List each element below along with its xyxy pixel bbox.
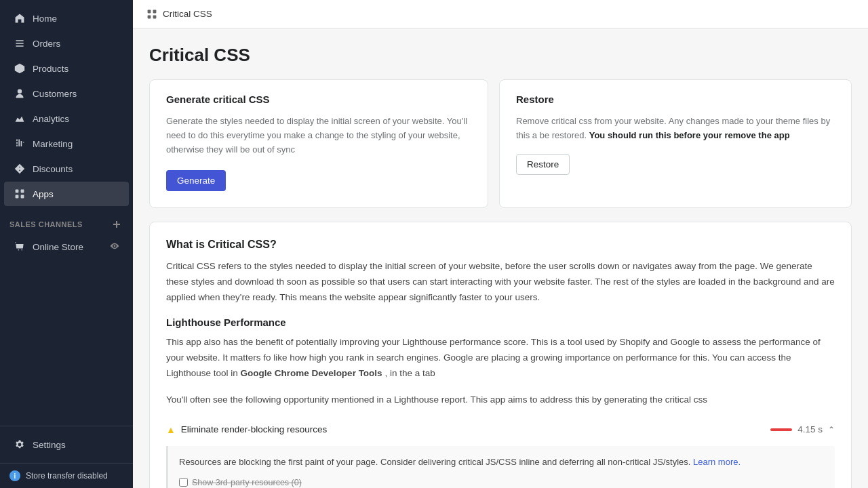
main-content: Critical CSS Critical CSS Generate criti… — [133, 0, 868, 488]
store-transfer-bar[interactable]: i Store transfer disabled — [0, 463, 133, 488]
svg-rect-2 — [16, 195, 19, 199]
sidebar-item-settings[interactable]: Settings — [4, 432, 129, 457]
timing-bar — [770, 428, 792, 431]
third-party-label: Show 3rd-party resources (0) — [192, 478, 302, 487]
app-grid-icon — [146, 9, 157, 20]
restore-button[interactable]: Restore — [516, 154, 570, 175]
generate-card-title: Generate critical CSS — [166, 94, 471, 105]
analytics-icon — [14, 113, 26, 125]
content-area: Critical CSS Generate critical CSS Gener… — [133, 28, 868, 488]
customers-icon — [14, 87, 26, 100]
render-blocking-detail: Resources are blocking the first paint o… — [166, 446, 835, 488]
products-icon — [14, 62, 26, 75]
restore-card-title: Restore — [516, 94, 835, 105]
sidebar: Home Orders Products Customers Analytics — [0, 0, 133, 488]
third-party-checkbox[interactable] — [179, 478, 188, 487]
sidebar-item-discounts[interactable]: Discounts — [4, 157, 129, 181]
sidebar-item-analytics[interactable]: Analytics — [4, 106, 129, 131]
home-icon — [14, 12, 26, 24]
svg-rect-4 — [148, 9, 151, 13]
sidebar-item-products[interactable]: Products — [4, 56, 129, 81]
generate-card-desc: Generate the styles needed to display th… — [166, 115, 471, 157]
settings-icon — [14, 439, 26, 451]
marketing-icon — [14, 138, 26, 150]
svg-rect-7 — [153, 15, 157, 18]
svg-rect-5 — [153, 9, 157, 13]
info-section: What is Critical CSS? Critical CSS refer… — [149, 222, 852, 488]
sidebar-item-apps[interactable]: Apps — [4, 182, 129, 206]
svg-rect-0 — [16, 190, 19, 193]
svg-rect-1 — [21, 190, 24, 193]
sidebar-item-online-store[interactable]: Online Store — [4, 235, 129, 259]
sidebar-item-orders[interactable]: Orders — [4, 31, 129, 56]
sidebar-bottom: Settings — [0, 426, 133, 463]
render-blocking-label: Eliminate render-blocking resources — [181, 424, 327, 434]
info-paragraph2: This app also has the benefit of potenti… — [166, 335, 835, 382]
add-sales-channel-button[interactable] — [110, 218, 123, 231]
sidebar-item-customers[interactable]: Customers — [4, 81, 129, 106]
online-store-eye-icon[interactable] — [110, 241, 119, 253]
restore-card: Restore Remove critical css from your we… — [499, 79, 852, 208]
sales-channels-header: SALES CHANNELS — [0, 209, 133, 234]
generate-button[interactable]: Generate — [166, 170, 226, 191]
sidebar-item-marketing[interactable]: Marketing — [4, 131, 129, 156]
info-icon: i — [9, 470, 20, 481]
page-title: Critical CSS — [149, 45, 852, 66]
lighthouse-title: Lighthouse Performance — [166, 317, 835, 328]
orders-icon — [14, 37, 26, 49]
chevron-up-icon[interactable]: ⌃ — [828, 425, 835, 434]
info-paragraph3: You'll often see the following opportuni… — [166, 392, 835, 408]
render-blocking-row: ▲ Eliminate render-blocking resources 4.… — [166, 419, 835, 441]
cards-row: Generate critical CSS Generate the style… — [149, 79, 852, 208]
generate-card: Generate critical CSS Generate the style… — [149, 79, 488, 208]
svg-rect-6 — [148, 15, 151, 18]
discounts-icon — [14, 163, 26, 175]
apps-icon — [14, 188, 26, 200]
svg-rect-3 — [21, 195, 24, 199]
sidebar-item-home[interactable]: Home — [4, 6, 129, 30]
info-paragraph1: Critical CSS refers to the styles needed… — [166, 259, 835, 306]
topbar: Critical CSS — [133, 0, 868, 28]
online-store-icon — [14, 241, 26, 253]
learn-more-link[interactable]: Learn more. — [693, 457, 741, 467]
warning-icon: ▲ — [166, 424, 176, 435]
info-title: What is Critical CSS? — [166, 239, 835, 251]
timing-value: 4.15 s — [797, 424, 823, 434]
breadcrumb: Critical CSS — [163, 9, 212, 19]
restore-card-desc: Remove critical css from your website. A… — [516, 115, 835, 143]
